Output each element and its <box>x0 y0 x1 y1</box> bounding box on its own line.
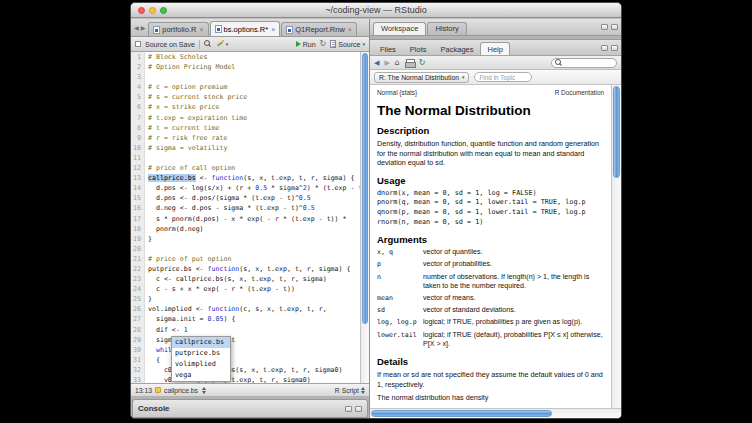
traffic-lights <box>138 7 167 14</box>
right-column: WorkspaceHistory FilesPlotsPackagesHelp <box>370 19 621 418</box>
workspace-pane-buttons <box>601 24 618 30</box>
line-number: 2 <box>131 62 145 72</box>
code-line: 8# t = current time <box>131 123 360 133</box>
help-tab-files[interactable]: Files <box>373 42 403 55</box>
tab-close-icon[interactable]: × <box>348 26 352 33</box>
run-button[interactable]: Run <box>296 41 316 48</box>
line-number: 4 <box>131 82 145 92</box>
back-icon[interactable]: ◀ <box>374 59 379 67</box>
minimize-pane-icon[interactable] <box>601 45 608 51</box>
scope-popup-item[interactable]: vega <box>172 370 230 381</box>
line-number: 33 <box>131 375 145 383</box>
close-window-button[interactable] <box>138 7 145 14</box>
line-number: 20 <box>131 244 145 254</box>
help-pane: FilesPlotsPackagesHelp ◀ ▶ ⌂ ↻ <box>370 39 621 418</box>
code-editor[interactable]: 1# Block Scholes2# Option Pricing Model3… <box>131 52 369 383</box>
editor-tab[interactable]: bs.options.R*× <box>210 21 281 36</box>
code-line: 25} <box>131 294 360 304</box>
zoom-window-button[interactable] <box>160 7 167 14</box>
minimize-pane-icon[interactable] <box>345 406 352 412</box>
argument-description: vector of probabilities. <box>423 260 604 269</box>
scope-popup-item[interactable]: putprice.bs <box>172 348 230 359</box>
workspace-tab[interactable]: Workspace <box>373 22 426 35</box>
source-button[interactable]: Source ▾ <box>330 40 365 48</box>
scope-popup-item[interactable]: volimplied <box>172 359 230 370</box>
scrollbar-thumb[interactable] <box>613 86 620 178</box>
main-area: ◀ ▶ portfolio.R×bs.options.R*×Q1Report.R… <box>131 19 621 418</box>
tab-scroll-right-icon[interactable]: ▶ <box>141 24 146 31</box>
file-type-selector[interactable]: R Script <box>335 387 365 394</box>
code-text: pnorm(d.neg) <box>145 224 204 234</box>
scrollbar-thumb[interactable] <box>371 410 552 417</box>
minimize-pane-icon[interactable] <box>601 24 608 30</box>
function-icon <box>155 387 161 393</box>
tab-close-icon[interactable]: × <box>271 26 275 33</box>
line-number: 18 <box>131 224 145 234</box>
scrollbar-thumb[interactable] <box>362 53 368 324</box>
tab-close-icon[interactable]: × <box>199 26 203 33</box>
line-number: 6 <box>131 102 145 112</box>
tab-label: portfolio.R <box>162 25 196 34</box>
line-number: 11 <box>131 153 145 163</box>
help-search-box[interactable] <box>551 58 617 68</box>
help-content-area: Normal {stats} R Documentation The Norma… <box>370 85 621 408</box>
refresh-icon[interactable]: ↻ <box>419 59 426 67</box>
help-tab-packages[interactable]: Packages <box>434 42 481 55</box>
scope-popup-item[interactable]: callprice.bs <box>172 337 230 348</box>
find-icon[interactable] <box>204 40 212 48</box>
code-text: # t = current time <box>145 123 219 133</box>
topic-label: R: The Normal Distribution <box>379 74 459 81</box>
minimize-window-button[interactable] <box>149 7 156 14</box>
help-vertical-scrollbar[interactable] <box>611 85 621 408</box>
print-icon[interactable] <box>405 59 414 67</box>
code-line: 32 c0 <- callprice.bs(s, x, t.exp, t, r,… <box>131 365 360 375</box>
source-file-icon <box>330 40 336 48</box>
help-topic-bar: R: The Normal Distribution ▾ Find in Top… <box>370 70 621 85</box>
argument-description: vector of quantiles. <box>423 248 604 257</box>
argument-row: lower.taillogical; if TRUE (default), pr… <box>377 331 604 349</box>
help-tab-help[interactable]: Help <box>480 42 509 55</box>
source-column: ◀ ▶ portfolio.R×bs.options.R*×Q1Report.R… <box>131 19 370 418</box>
usage-line: pnorm(q, mean = 0, sd = 1, lower.tail = … <box>377 198 604 208</box>
workspace-tabs: WorkspaceHistory <box>373 22 468 35</box>
editor-vertical-scrollbar[interactable] <box>360 52 369 383</box>
scope-selector[interactable]: callprice.bs <box>164 387 206 394</box>
code-line: 31 { <box>131 355 360 365</box>
console-pane-header: Console <box>132 399 368 418</box>
code-line: 30 while(dif > 0.001) <box>131 345 360 355</box>
editor-statusbar: 13:13 callprice.bs R Script <box>131 383 369 396</box>
chevron-down-icon: ▾ <box>362 41 365 47</box>
home-icon[interactable]: ⌂ <box>395 59 400 67</box>
tab-label: bs.options.R* <box>224 25 269 34</box>
section-arguments-heading: Arguments <box>377 234 604 245</box>
line-number: 22 <box>131 264 145 274</box>
code-text: d.neg <- d.pos - sigma * (t.exp - t)^0.5 <box>145 203 315 213</box>
forward-icon[interactable]: ▶ <box>384 59 389 67</box>
editor-tab[interactable]: portfolio.R× <box>148 22 208 36</box>
line-number: 32 <box>131 365 145 375</box>
help-tab-plots[interactable]: Plots <box>403 42 434 55</box>
code-line: 6# x = strike price <box>131 102 360 112</box>
maximize-pane-icon[interactable] <box>355 406 362 412</box>
argument-description: vector of means. <box>423 294 604 303</box>
argument-description: logical; if TRUE, probabilities p are gi… <box>423 318 604 327</box>
workspace-tab[interactable]: History <box>427 22 466 35</box>
find-in-topic-input[interactable]: Find in Topic <box>474 72 532 82</box>
code-text: d.pos <- d.pos/(sigma * (t.exp - t)^0.5 <box>145 193 311 203</box>
tab-scroll-left-icon[interactable]: ◀ <box>134 24 139 31</box>
screen: ~/coding-view — RStudio ◀ ▶ portfolio.R×… <box>0 0 752 423</box>
source-on-save-checkbox[interactable] <box>135 41 141 47</box>
rerun-icon[interactable]: ↻ <box>320 40 327 48</box>
topic-dropdown[interactable]: R: The Normal Distribution ▾ <box>374 72 469 83</box>
code-text: # x = strike price <box>145 102 219 112</box>
help-horizontal-scrollbar[interactable] <box>370 408 621 418</box>
maximize-pane-icon[interactable] <box>611 45 618 51</box>
code-line: 33 v0 <- vega(s, x, t.exp, t, r, sigma0) <box>131 375 360 383</box>
editor-tab[interactable]: Q1Report.Rnw× <box>281 22 357 36</box>
code-line: 29 sigma0 <- sigma.init <box>131 335 360 345</box>
line-number: 1 <box>131 52 145 62</box>
code-text: # price of call option <box>145 163 235 173</box>
code-tools-button[interactable]: ▾ <box>216 40 229 48</box>
run-icon <box>296 41 301 47</box>
maximize-pane-icon[interactable] <box>611 24 618 30</box>
